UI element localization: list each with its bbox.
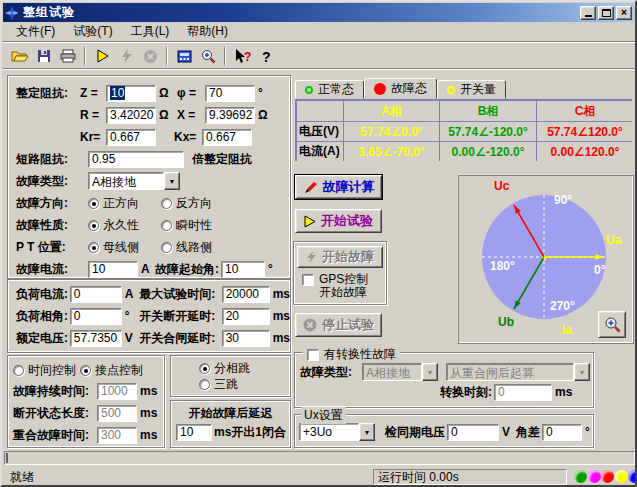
phasor-diagram: 90° 180° 270° 0° Ua Uc Ub Ia [457,174,634,344]
chevron-down-icon[interactable]: ▼ [359,423,375,441]
fault-current-input[interactable]: 10 [88,261,138,278]
app-icon [5,6,19,20]
current-c-cell: 0.00∠120.0° [537,142,633,161]
kx-label: Kx= [174,130,202,144]
toolbar-separator [166,47,168,65]
three-trip-radio[interactable] [199,379,210,390]
angle-diff-input[interactable]: 0 [542,424,582,441]
fault-type-select[interactable]: A相接地 ▼ [88,172,180,190]
load-current-input[interactable]: 0 [70,286,122,303]
kr-input[interactable]: 0.667 [106,129,156,146]
print-button[interactable] [56,45,80,67]
kr-label: Kr= [80,130,106,144]
about-button[interactable]: ? [254,45,278,67]
angle-diff-label: 角差 [516,424,540,441]
short-circuit-input[interactable]: 0.95 [88,151,184,168]
stop-test-button[interactable]: 停止试验 [295,313,382,337]
convertible-fault-box: 有转换性故障 故障类型: A相接地 ▼ 从重合闸后起算 ▼ 转换时刻: 0 ms [294,352,594,408]
x-input[interactable]: 9.39692 [205,107,255,124]
three-trip-row: 三跳 [171,376,290,392]
angle-270-label: 270° [550,299,575,313]
close-delay-input[interactable]: 30 [222,330,270,347]
svg-text:?: ? [244,50,251,64]
status-led [615,470,628,483]
kx-input[interactable]: 0.667 [202,129,252,146]
tab-fault-state[interactable]: 故障态 [364,78,437,99]
context-help-button[interactable]: ? [230,45,254,67]
delay-value-row: 10 ms开出1闭合 [171,421,290,443]
fault-calc-button[interactable]: 故障计算 [295,175,382,199]
print-icon [60,49,76,63]
convert-time-row: 转换时刻: 0 ms [295,382,593,402]
start-fault-button[interactable]: 开始故障 [297,246,383,268]
status-led [628,470,637,483]
ia-vector-label: Ia [562,323,572,337]
phi-label: φ = [177,86,205,100]
svg-text:?: ? [262,49,271,64]
open-button[interactable] [8,45,32,67]
menu-tools[interactable]: 工具(L) [122,21,179,42]
stop-test-tool-button[interactable] [138,45,162,67]
short-circuit-suffix: 倍整定阻抗 [192,151,252,168]
convertible-fault-checkbox[interactable] [307,349,319,361]
menu-test[interactable]: 试验(T) [64,21,121,42]
open-length-row: 断开状态长度: 500 ms [8,402,164,424]
phase-trip-radio[interactable] [199,363,210,374]
pt-bus-radio[interactable] [88,242,99,253]
gps-control-checkbox[interactable] [302,274,314,286]
sync-voltage-label: 检同期电压 [385,424,445,441]
col-header-phase-a: A相 [344,101,439,121]
r-input[interactable]: 3.42020 [106,107,156,124]
runtime-panel: 运行时间 0.00s [373,469,567,485]
direction-reverse-radio[interactable] [161,198,172,209]
contact-control-radio[interactable] [80,365,91,376]
close-button[interactable]: × [616,6,632,20]
start-angle-input[interactable]: 10 [221,261,265,278]
maximize-button[interactable] [598,6,614,20]
phasor-zoom-button[interactable] [598,311,626,338]
tab-switch-state[interactable]: 开关量 [437,80,506,99]
rated-voltage-input[interactable]: 57.7350 [70,330,122,347]
nature-transient-radio[interactable] [161,220,172,231]
rated-voltage-row: 额定电压: 57.7350 V 开关合闸延时: 30 ms [8,327,290,349]
z-input[interactable]: 10 [106,85,156,102]
time-control-radio[interactable] [13,365,24,376]
phi-input[interactable]: 70 [205,85,255,102]
load-angle-input[interactable]: 0 [70,308,122,325]
convert-time-input: 0 [494,384,552,401]
zoom-tool-button[interactable] [196,45,220,67]
tab-normal-state[interactable]: 正常态 [295,80,364,99]
max-time-input[interactable]: 20000 [222,286,270,303]
direction-forward-radio[interactable] [88,198,99,209]
status-led [601,470,614,483]
yellow-circle-icon [447,86,455,94]
sync-voltage-input[interactable]: 0 [447,424,499,441]
chevron-down-icon[interactable]: ▼ [164,172,180,190]
menu-help[interactable]: 帮助(H) [178,21,237,42]
save-button[interactable] [32,45,56,67]
start-test-button[interactable]: 开始试验 [295,209,382,233]
menu-bar: 文件(F) 试验(T) 工具(L) 帮助(H) [3,22,634,42]
control-mode-box: 时间控制 接点控制 故障持续时间: 1000 ms 断开状态长度: 500 ms… [7,355,165,448]
minimize-button[interactable] [580,6,596,20]
fault-nature-label: 故障性质: [16,217,88,234]
short-circuit-row: 短路阻抗: 0.95 倍整定阻抗 [8,148,290,170]
start-fault-tool-button[interactable] [114,45,138,67]
start-test-tool-button[interactable] [90,45,114,67]
menu-file[interactable]: 文件(F) [7,21,64,42]
app-window: 整组试验 × 文件(F) 试验(T) 工具(L) 帮助(H) ? ? 整定阻抗:… [0,0,637,487]
delay-output-box: 开始故障后延迟 10 ms开出1闭合 [170,400,291,448]
calculator-button[interactable] [172,45,196,67]
nature-permanent-radio[interactable] [88,220,99,231]
pt-line-radio[interactable] [161,242,172,253]
open-delay-input[interactable]: 20 [222,308,270,325]
delay-input[interactable]: 10 [176,424,212,441]
control-mode-row: 时间控制 接点控制 [8,360,164,380]
fault-duration-row: 故障持续时间: 1000 ms [8,380,164,402]
ux-select[interactable]: +3Uo ▼ [299,423,375,441]
chevron-down-icon: ▼ [422,363,438,381]
x-label: X = [177,108,205,122]
convert-type-select: A相接地 ▼ [362,363,438,381]
trip-mode-box: 分相跳 三跳 [170,355,291,397]
fault-direction-label: 故障方向: [16,195,88,212]
